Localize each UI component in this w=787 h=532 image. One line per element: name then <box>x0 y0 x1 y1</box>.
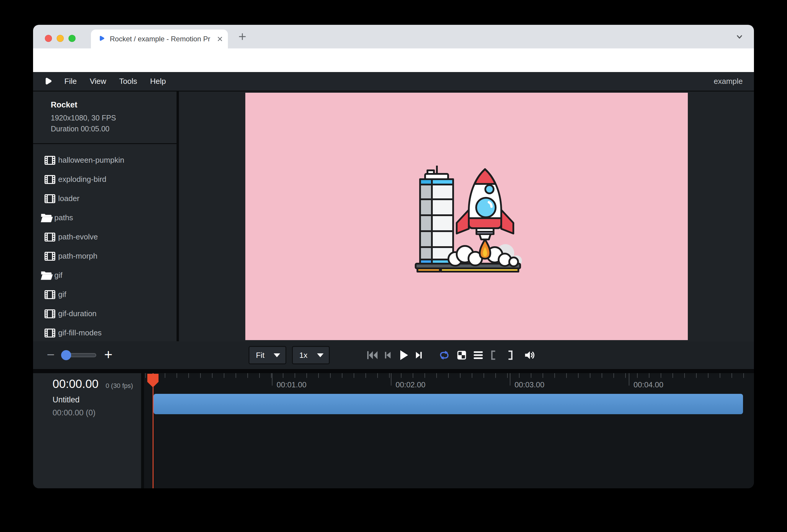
open-folder-icon <box>40 213 53 223</box>
current-frame-info: 0 (30 fps) <box>106 382 133 390</box>
remotion-logo-icon[interactable] <box>43 77 52 86</box>
film-icon <box>44 309 56 319</box>
new-tab-button[interactable] <box>238 32 247 41</box>
close-window-button[interactable] <box>45 35 52 42</box>
rows-menu-button[interactable] <box>473 350 484 360</box>
menu-tools[interactable]: Tools <box>119 77 137 86</box>
composition-resolution: 1920x1080, 30 FPS <box>51 112 176 123</box>
ruler-tick <box>391 373 391 386</box>
sidebar-item-label: exploding-bird <box>58 175 106 184</box>
tab-close-icon[interactable] <box>217 36 223 42</box>
player-canvas-area <box>179 91 754 341</box>
film-icon <box>44 290 56 299</box>
composition-list: halloween-pumpkin exploding-bird loader … <box>33 151 176 341</box>
timeline-track-area[interactable]: 00:01.00 00:02.00 00:03.00 00:04.00 <box>144 373 754 488</box>
transparency-checkerboard-button[interactable] <box>456 350 467 360</box>
sidebar-folder-gif[interactable]: gif <box>33 266 176 285</box>
rocket-launch-illustration <box>410 160 523 273</box>
zoom-in-button[interactable]: + <box>102 341 115 369</box>
sidebar-item-label: halloween-pumpkin <box>58 155 124 165</box>
playhead-line[interactable] <box>153 373 153 488</box>
ruler-label: 00:04.00 <box>634 380 663 389</box>
film-icon <box>44 328 56 338</box>
tab-strip: Rocket / example - Remotion Pr <box>33 25 754 48</box>
sidebar-item-gif-fill-modes[interactable]: gif-fill-modes <box>33 323 176 341</box>
out-point-bracket-button[interactable] <box>505 350 514 360</box>
timeline-ruler[interactable] <box>144 373 754 378</box>
tab-search-chevron-icon[interactable] <box>735 33 744 41</box>
skip-to-start-button[interactable] <box>366 350 379 360</box>
playback-speed-value: 1x <box>299 351 307 360</box>
sidebar-item-label: gif-duration <box>58 309 97 318</box>
film-icon <box>44 175 56 184</box>
sidebar-item-label: loader <box>58 194 79 203</box>
loop-toggle-button[interactable] <box>439 349 450 361</box>
track-range: 00:00.00 (0) <box>33 408 141 418</box>
sidebar-folder-paths[interactable]: paths <box>33 208 176 227</box>
sidebar-item-label: gif <box>58 290 66 299</box>
sidebar-item-loader[interactable]: loader <box>33 189 176 208</box>
video-preview-canvas[interactable] <box>245 93 688 340</box>
minimize-window-button[interactable] <box>57 35 64 42</box>
browser-toolbar: http://localhost:3001/Rocket <box>33 48 754 72</box>
current-timecode: 00:00.00 <box>52 377 99 390</box>
playhead-handle[interactable] <box>147 374 158 387</box>
chevron-down-icon <box>317 354 323 357</box>
in-point-bracket-button[interactable] <box>489 350 498 360</box>
sidebar-divider <box>33 143 176 144</box>
next-frame-button[interactable] <box>413 350 424 360</box>
ruler-tick <box>629 373 630 386</box>
app-menubar: File View Tools Help example <box>33 72 754 91</box>
menu-file[interactable]: File <box>64 77 77 86</box>
browser-window: Rocket / example - Remotion Pr <box>33 25 754 488</box>
sidebar-item-halloween-pumpkin[interactable]: halloween-pumpkin <box>33 151 176 170</box>
zoom-window-button[interactable] <box>68 35 76 42</box>
size-mode-select[interactable]: Fit <box>249 346 286 364</box>
composition-info: Rocket 1920x1080, 30 FPS Duration 00:05.… <box>33 91 176 134</box>
project-name: example <box>714 77 743 86</box>
compositions-sidebar: Rocket 1920x1080, 30 FPS Duration 00:05.… <box>33 91 179 341</box>
composition-meta: 1920x1080, 30 FPS Duration 00:05.00 <box>51 112 176 134</box>
composition-title: Rocket <box>51 100 176 109</box>
zoom-out-button[interactable]: − <box>44 341 57 369</box>
content-area: Rocket 1920x1080, 30 FPS Duration 00:05.… <box>33 91 754 341</box>
sidebar-folder-label: gif <box>54 271 62 280</box>
previous-frame-button[interactable] <box>382 350 393 360</box>
composition-duration: Duration 00:05.00 <box>51 123 176 134</box>
sidebar-item-exploding-bird[interactable]: exploding-bird <box>33 170 176 189</box>
zoom-slider-thumb[interactable] <box>61 350 71 360</box>
timeline-sequence-bar[interactable] <box>153 394 743 414</box>
player-toolbar: − + Fit 1x <box>33 341 754 369</box>
menu-view[interactable]: View <box>90 77 106 86</box>
track-name: Untitled <box>33 395 141 404</box>
sidebar-item-gif[interactable]: gif <box>33 285 176 304</box>
sidebar-item-path-morph[interactable]: path-morph <box>33 247 176 266</box>
ruler-tick <box>272 373 273 386</box>
ruler-tick <box>510 373 510 386</box>
film-icon <box>44 194 56 204</box>
ruler-label: 00:01.00 <box>277 380 306 389</box>
sidebar-item-gif-duration[interactable]: gif-duration <box>33 304 176 323</box>
sidebar-folder-label: paths <box>54 213 73 222</box>
browser-tab[interactable]: Rocket / example - Remotion Pr <box>91 29 228 48</box>
ruler-label: 00:02.00 <box>396 380 425 389</box>
toolbar-timeline-divider <box>33 369 754 373</box>
timecode-row: 00:00.00 0 (30 fps) <box>33 373 141 390</box>
remotion-favicon <box>98 35 105 43</box>
sidebar-item-label: gif-fill-modes <box>58 328 102 337</box>
sidebar-item-label: path-evolve <box>58 232 98 241</box>
film-icon <box>44 252 56 261</box>
timeline-info-panel: 00:00.00 0 (30 fps) Untitled 00:00.00 (0… <box>33 373 144 488</box>
sidebar-item-path-evolve[interactable]: path-evolve <box>33 227 176 247</box>
playback-speed-select[interactable]: 1x <box>292 346 330 364</box>
play-button[interactable] <box>397 349 410 362</box>
sidebar-item-label: path-morph <box>58 252 98 261</box>
ruler-label: 00:03.00 <box>514 380 544 389</box>
timeline-panel: 00:00.00 0 (30 fps) Untitled 00:00.00 (0… <box>33 373 754 488</box>
chevron-down-icon <box>274 354 280 357</box>
volume-button[interactable] <box>524 349 536 361</box>
film-icon <box>44 155 56 165</box>
menu-help[interactable]: Help <box>150 77 166 86</box>
open-folder-icon <box>40 271 53 280</box>
size-mode-value: Fit <box>256 351 264 360</box>
